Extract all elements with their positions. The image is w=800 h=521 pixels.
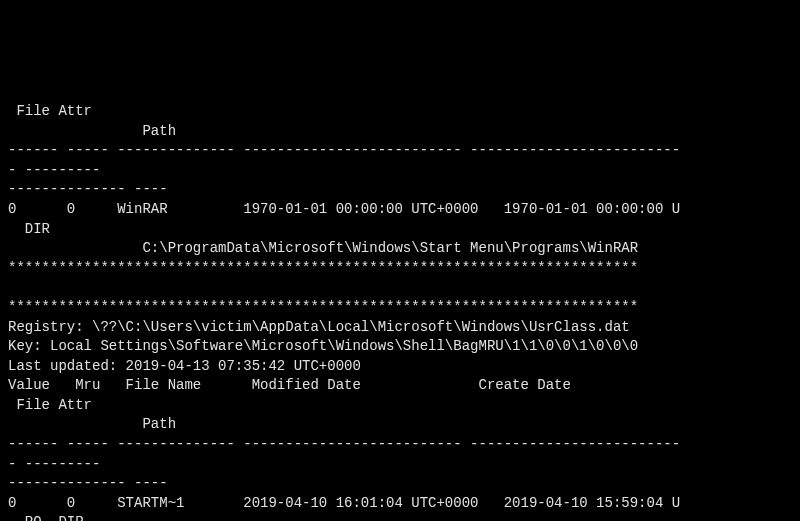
last-updated-line: Last updated: 2019-04-13 07:35:42 UTC+00… xyxy=(8,358,361,374)
entry-path: C:\ProgramData\Microsoft\Windows\Start M… xyxy=(8,240,638,256)
header-columns: Value Mru File Name Modified Date Create… xyxy=(8,377,571,393)
entry-attr: DIR xyxy=(8,221,50,237)
separator-line: - --------- xyxy=(8,162,100,178)
separator-line: - --------- xyxy=(8,456,100,472)
header-path: Path xyxy=(8,123,176,139)
entry-row: 0 0 STARTM~1 2019-04-10 16:01:04 UTC+000… xyxy=(8,495,680,511)
separator-line: ------ ----- -------------- ------------… xyxy=(8,142,680,158)
terminal-output: File Attr Path ------ ----- ------------… xyxy=(8,82,792,521)
header-file-attr: File Attr xyxy=(8,397,92,413)
separator-stars: ****************************************… xyxy=(8,299,638,315)
separator-line: ------ ----- -------------- ------------… xyxy=(8,436,680,452)
header-file-attr: File Attr xyxy=(8,103,92,119)
separator-stars: ****************************************… xyxy=(8,260,638,276)
entry-row: 0 0 WinRAR 1970-01-01 00:00:00 UTC+0000 … xyxy=(8,201,680,217)
header-path: Path xyxy=(8,416,176,432)
registry-line: Registry: \??\C:\Users\victim\AppData\Lo… xyxy=(8,319,630,335)
entry-attr: RO, DIR xyxy=(8,514,84,521)
separator-line: -------------- ---- xyxy=(8,475,168,491)
key-line: Key: Local Settings\Software\Microsoft\W… xyxy=(8,338,638,354)
separator-line: -------------- ---- xyxy=(8,181,168,197)
